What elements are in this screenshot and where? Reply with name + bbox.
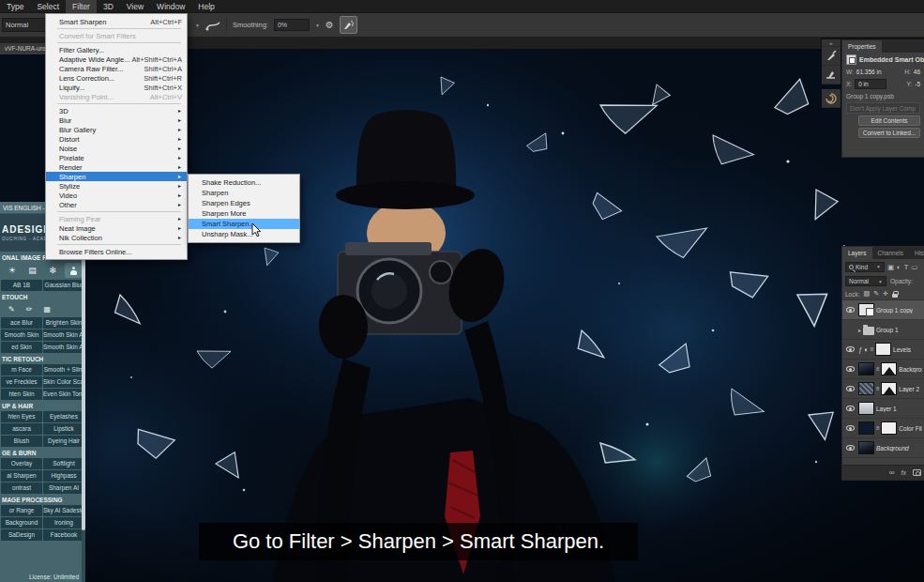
action-button-sadesign[interactable]: SaDesign: [1, 529, 42, 541]
action-button-softlight[interactable]: Softlight: [43, 458, 84, 469]
smoothing-input[interactable]: 0%: [274, 19, 310, 31]
menu-item-filter-gallery[interactable]: Filter Gallery...: [46, 45, 187, 54]
action-button-blush[interactable]: Blush: [1, 436, 42, 447]
menu-item-nik-collection[interactable]: Nik Collection►: [46, 233, 187, 242]
layer-row-background[interactable]: 8Background: [842, 360, 924, 379]
action-button-facebook[interactable]: Facebook: [43, 529, 84, 541]
layer-thumbnail[interactable]: [858, 402, 874, 415]
action-button-ve-freckles[interactable]: ve Freckles: [1, 376, 42, 388]
menubar-item-window[interactable]: Window: [150, 0, 191, 13]
gear-icon[interactable]: ⚙: [326, 20, 334, 30]
menu-item-pixelate[interactable]: Pixelate►: [46, 153, 187, 162]
action-button-background[interactable]: Background: [1, 517, 42, 528]
menubar-item-filter[interactable]: Filter: [66, 0, 97, 13]
visibility-eye-icon[interactable]: [844, 346, 856, 352]
grid-icon[interactable]: ▦: [43, 305, 51, 314]
document-icon[interactable]: ▤: [24, 263, 41, 278]
collapse-arrow-icon[interactable]: ▸: [858, 327, 861, 333]
menu-item-sharpen[interactable]: Sharpen: [189, 188, 299, 198]
menu-item-lens-correction[interactable]: Lens Correction...Shift+Ctrl+R: [46, 73, 187, 83]
menu-item-shake-reduction[interactable]: Shake Reduction...: [189, 177, 299, 188]
menu-item-liquify[interactable]: Liquify...Shift+Ctrl+X: [46, 83, 187, 92]
menu-item-camera-raw-filter[interactable]: Camera Raw Filter...Shift+Ctrl+A: [46, 64, 187, 73]
action-button-smooth-slim[interactable]: Smooth + Slim: [43, 364, 84, 375]
menubar-item-3d[interactable]: 3D: [97, 0, 120, 13]
menu-item-blur[interactable]: Blur►: [46, 115, 187, 125]
layer-thumbnail[interactable]: [858, 382, 874, 395]
menu-item-stylize[interactable]: Stylize►: [46, 181, 187, 191]
visibility-eye-icon[interactable]: [844, 386, 856, 391]
mixer-brush-icon[interactable]: [822, 66, 841, 84]
menu-item-other[interactable]: Other►: [46, 200, 187, 209]
convert-to-linked-button[interactable]: Convert to Linked...: [858, 128, 920, 138]
menu-item-vanishing-point[interactable]: Vanishing Point...Alt+Ctrl+V: [46, 92, 187, 101]
airbrush-toggle-icon[interactable]: [340, 16, 357, 34]
layer-thumbnail[interactable]: [875, 343, 891, 356]
action-button-ontrast[interactable]: ontrast: [1, 482, 42, 494]
add-mask-icon[interactable]: [913, 469, 921, 476]
collapse-panels-icon[interactable]: «: [822, 39, 841, 47]
menubar-item-help[interactable]: Help: [191, 0, 220, 13]
layer-thumbnail[interactable]: [858, 421, 874, 435]
tab-layers[interactable]: Layers: [842, 247, 872, 259]
menu-item-smart-sharpen[interactable]: Smart Sharpen...: [189, 219, 299, 229]
filter-kind-select[interactable]: Kind ▼: [845, 262, 885, 272]
lock-brush-icon[interactable]: ✎: [873, 290, 879, 298]
action-button-gaussian-blur[interactable]: Gaussian Blur: [43, 280, 84, 291]
brush-stroke-icon[interactable]: [205, 20, 220, 31]
filter-shape-icon[interactable]: ▭: [911, 263, 917, 271]
pen-icon[interactable]: ✏: [26, 305, 33, 314]
visibility-eye-icon[interactable]: [844, 366, 856, 372]
tab-channels[interactable]: Channels: [872, 247, 909, 259]
mask-thumbnail[interactable]: [881, 421, 897, 435]
action-button-lipstick[interactable]: Lipstick: [43, 423, 84, 435]
menubar-item-select[interactable]: Select: [30, 0, 66, 13]
action-button-ironing[interactable]: Ironing: [43, 517, 84, 528]
filter-type-icon[interactable]: T: [904, 263, 909, 271]
mask-thumbnail[interactable]: [881, 362, 897, 375]
menu-item-unsharp-mask[interactable]: Unsharp Mask...: [189, 229, 299, 239]
chevron-down-icon[interactable]: ▼: [195, 23, 200, 28]
action-button-ace-blur[interactable]: ace Blur: [1, 317, 42, 329]
layer-thumbnail[interactable]: [858, 362, 874, 375]
action-button-smooth-skin[interactable]: Smooth Skin: [1, 329, 42, 341]
menu-item-3d[interactable]: 3D►: [46, 106, 187, 115]
menu-item-sharpen[interactable]: Sharpen►: [46, 172, 187, 181]
person-icon[interactable]: [65, 263, 82, 278]
action-button-ascara[interactable]: ascara: [1, 423, 42, 435]
filter-pixel-icon[interactable]: ▣: [887, 263, 894, 271]
action-button-ab-1b[interactable]: AB 1B: [1, 280, 42, 291]
width-value[interactable]: 61.356 in: [856, 69, 882, 75]
menu-item-video[interactable]: Video►: [46, 191, 187, 200]
smudge-icon[interactable]: [822, 89, 841, 108]
height-value[interactable]: 46: [914, 69, 920, 75]
action-button-overlay[interactable]: Overlay: [1, 458, 42, 469]
layer-thumbnail[interactable]: [858, 303, 874, 316]
tab-history[interactable]: History: [909, 247, 924, 259]
layer-comp-select[interactable]: Don't Apply Layer Comp: [846, 102, 920, 114]
menu-item-render[interactable]: Render►: [46, 162, 187, 172]
action-button-m-face[interactable]: m Face: [1, 364, 42, 375]
action-button-brighten-skin[interactable]: Brighten Skin: [43, 317, 84, 329]
layer-row-layer-2[interactable]: 8Layer 2: [842, 379, 924, 399]
menu-item-noise[interactable]: Noise►: [46, 144, 187, 153]
action-button-smooth-skin-ai[interactable]: Smooth Skin AI+++: [43, 342, 84, 353]
action-button-dyeing-hair[interactable]: Dyeing Hair: [43, 436, 84, 447]
menu-item-neat-image[interactable]: Neat Image►: [46, 223, 187, 233]
layer-row-group-1[interactable]: ▸Group 1: [842, 320, 924, 340]
flower-icon[interactable]: ✻: [44, 263, 61, 278]
menu-item-sharpen-edges[interactable]: Sharpen Edges: [189, 198, 299, 208]
brush-settings-icon[interactable]: [822, 47, 841, 66]
layer-blend-mode-select[interactable]: Normal ▼: [845, 276, 886, 286]
tab-properties[interactable]: Properties: [842, 40, 882, 53]
action-button-sharpen-ai[interactable]: Sharpen AI: [43, 482, 84, 494]
lock-transparency-icon[interactable]: ▨: [864, 290, 871, 298]
menu-item-sharpen-more[interactable]: Sharpen More: [189, 208, 299, 219]
visibility-eye-icon[interactable]: [844, 406, 856, 411]
x-input[interactable]: 0 in: [855, 79, 886, 89]
visibility-eye-icon[interactable]: [844, 307, 856, 313]
filter-adjustment-icon[interactable]: ◐: [897, 263, 901, 271]
layer-row-layer-1[interactable]: Layer 1: [842, 399, 924, 419]
lock-all-icon[interactable]: [892, 294, 898, 298]
chevron-down-icon[interactable]: ▼: [315, 23, 320, 28]
